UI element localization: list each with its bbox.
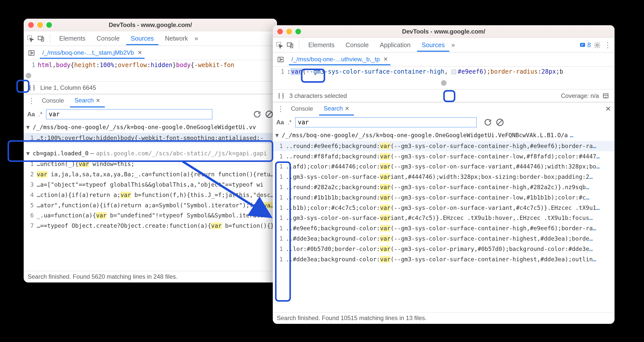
show-navigator-icon[interactable] bbox=[27, 49, 36, 57]
window-title: DevTools - www.google.com/ bbox=[24, 21, 277, 28]
inspect-element-icon[interactable] bbox=[275, 41, 284, 49]
drawer-tab-search[interactable]: Search✕ bbox=[70, 94, 105, 107]
tab-application[interactable]: Application bbox=[375, 38, 415, 52]
search-result-row[interactable]: 1…unction(_){var window=this; bbox=[24, 159, 277, 169]
close-tab-icon[interactable]: ✕ bbox=[138, 49, 142, 56]
window-close-button[interactable] bbox=[277, 29, 283, 34]
file-tab-name: /_/mss/boq-one-…t,_stam,jMb2Vb bbox=[42, 49, 134, 56]
svg-point-11 bbox=[596, 44, 598, 46]
search-results[interactable]: ▼/_/mss/boq-one-google/_/ss/k=boq-one-go… bbox=[273, 130, 615, 312]
search-result-row[interactable]: 1..b1b);color:#c4c7c5;color:var(--gm3-sy… bbox=[273, 203, 615, 213]
code-editor[interactable]: 1 :var(--gm3-sys-color-surface-container… bbox=[273, 67, 615, 77]
search-input[interactable] bbox=[46, 109, 212, 119]
search-toolbar: Aa .* bbox=[24, 107, 277, 122]
clear-search-icon[interactable] bbox=[496, 118, 504, 127]
search-result-row[interactable]: 1..#dde3ea;background-color:var(--gm3-sy… bbox=[273, 254, 615, 265]
refresh-search-icon[interactable] bbox=[484, 118, 492, 127]
search-results[interactable]: ▼/_/mss/boq-one-google/_/ss/k=boq-one-go… bbox=[24, 122, 277, 271]
result-file-header[interactable]: ▼cb=gapi.loaded_0 — apis.google.com/_/sc… bbox=[24, 148, 277, 159]
tab-elements[interactable]: Elements bbox=[304, 38, 339, 52]
drawer-tab-console[interactable]: Console bbox=[286, 102, 318, 115]
close-tab-icon[interactable]: ✕ bbox=[383, 56, 388, 63]
devtools-window-right: DevTools - www.google.com/ Elements Cons… bbox=[273, 25, 615, 324]
search-result-row[interactable]: 2var ia,ja,la,sa,ta,xa,ya,Ba;_.ca=functi… bbox=[24, 169, 277, 180]
line-number: 1 bbox=[24, 62, 38, 69]
pretty-print-icon[interactable] bbox=[28, 84, 36, 92]
clear-search-icon[interactable] bbox=[265, 110, 274, 119]
issues-button[interactable]: 8 bbox=[579, 41, 591, 49]
file-tab-name: /_/mss/boq-one-…uthview,_b,_tp bbox=[291, 56, 380, 63]
regex-toggle[interactable]: .* bbox=[288, 119, 292, 126]
window-zoom-button[interactable] bbox=[295, 29, 301, 34]
search-result-row[interactable]: 1..round:#e9eef6;background:var(--gm3-sy… bbox=[273, 141, 615, 151]
search-result-row[interactable]: 1..gm3-sys-color-on-surface-variant,#c4c… bbox=[273, 213, 615, 223]
search-result-row[interactable]: 1..#dde3ea;background-color:var(--gm3-sy… bbox=[273, 234, 615, 244]
active-file-tab[interactable]: /_/mss/boq-one-…uthview,_b,_tp ✕ bbox=[289, 54, 390, 65]
coverage-label: Coverage: n/a bbox=[561, 92, 599, 99]
code-line: :var(--gm3-sys-color-surface-container-h… bbox=[287, 68, 563, 75]
tab-sources[interactable]: Sources bbox=[126, 32, 158, 45]
tab-sources[interactable]: Sources bbox=[417, 38, 449, 52]
search-result-row[interactable]: 7…==typeof Object.create?Object.create:f… bbox=[24, 221, 277, 231]
search-result-row[interactable]: 6_.ua=function(a){var b="undefined"!=typ… bbox=[24, 210, 277, 221]
match-case-toggle[interactable]: Aa bbox=[27, 111, 35, 118]
close-drawer-icon[interactable]: ✕ bbox=[605, 105, 611, 113]
titlebar: DevTools - www.google.com/ bbox=[273, 25, 615, 38]
refresh-search-icon[interactable] bbox=[253, 110, 261, 119]
selection-status: 3 characters selected bbox=[289, 92, 347, 99]
drawer-menu-icon[interactable]: ⋮ bbox=[276, 105, 285, 113]
more-tabs-icon[interactable]: » bbox=[451, 41, 455, 49]
coverage-icon[interactable] bbox=[601, 92, 610, 100]
search-result-row[interactable]: 1..#e9eef6;background-color:var(--gm3-sy… bbox=[273, 223, 615, 234]
close-drawer-tab-icon[interactable]: ✕ bbox=[96, 97, 100, 104]
window-minimize-button[interactable] bbox=[37, 22, 43, 28]
result-file-header[interactable]: ▼/_/mss/boq-one-google/_/ss/k=boq-one-go… bbox=[24, 122, 277, 133]
window-minimize-button[interactable] bbox=[286, 29, 292, 34]
svg-line-17 bbox=[497, 120, 502, 125]
search-result-row[interactable]: 1..lor:#0b57d0;border-color:var(--gm3-sy… bbox=[273, 244, 615, 254]
color-swatch-icon[interactable] bbox=[452, 70, 456, 74]
code-editor[interactable]: 1 html,body{height:100%;overflow:hidden}… bbox=[24, 60, 277, 70]
device-toolbar-icon[interactable] bbox=[286, 41, 294, 49]
breakpoint-marker[interactable] bbox=[26, 73, 31, 78]
search-result-row[interactable]: 1..round:#1b1b1b;background:var(--gm3-sy… bbox=[273, 192, 615, 203]
active-file-tab[interactable]: /_/mss/boq-one-…t,_stam,jMb2Vb ✕ bbox=[40, 47, 145, 59]
more-tabs-icon[interactable]: » bbox=[194, 35, 198, 42]
devtools-menu-icon[interactable]: ⋮ bbox=[603, 41, 612, 49]
search-result-row[interactable]: 1..round:#f8fafd;background:var(--gm3-sy… bbox=[273, 151, 615, 162]
search-result-row[interactable]: 1..afd);color:#444746;color:var(--gm3-sy… bbox=[273, 161, 615, 172]
search-result-row[interactable]: 1..round:#282a2c;background:var(--gm3-sy… bbox=[273, 182, 615, 192]
search-status-footer: Search finished. Found 5620 matching lin… bbox=[24, 271, 277, 282]
pretty-print-icon[interactable] bbox=[277, 92, 285, 100]
drawer-tab-console[interactable]: Console bbox=[37, 94, 69, 107]
window-zoom-button[interactable] bbox=[46, 22, 52, 28]
window-title: DevTools - www.google.com/ bbox=[273, 28, 615, 35]
search-result-row[interactable]: 1…t:100%;overflow:hidden}body{-webkit-fo… bbox=[24, 133, 277, 143]
tab-elements[interactable]: Elements bbox=[55, 32, 90, 45]
regex-toggle[interactable]: .* bbox=[39, 111, 43, 118]
device-toolbar-icon[interactable] bbox=[37, 34, 45, 43]
devtools-window-left: DevTools - www.google.com/ Elements Cons… bbox=[24, 19, 277, 282]
tab-console[interactable]: Console bbox=[92, 32, 124, 45]
settings-icon[interactable] bbox=[593, 41, 601, 49]
tab-network[interactable]: Network bbox=[160, 32, 193, 45]
svg-rect-10 bbox=[580, 43, 585, 47]
close-drawer-tab-icon[interactable]: ✕ bbox=[345, 105, 349, 112]
tab-console[interactable]: Console bbox=[341, 38, 373, 52]
match-case-toggle[interactable]: Aa bbox=[276, 119, 284, 126]
drawer-tab-search[interactable]: Search✕ bbox=[319, 102, 354, 116]
drawer-menu-icon[interactable]: ⋮ bbox=[27, 97, 36, 105]
show-navigator-icon[interactable] bbox=[276, 55, 285, 64]
search-input[interactable] bbox=[295, 117, 477, 127]
result-file-header[interactable]: ▼/_/mss/boq-one-google/_/ss/k=boq-one-go… bbox=[273, 130, 615, 141]
search-result-row[interactable]: 3…a=["object"==typeof globalThis&&global… bbox=[24, 180, 277, 190]
inspect-element-icon[interactable] bbox=[26, 34, 35, 43]
devtools-tab-strip: Elements Console Application Sources » 8… bbox=[273, 38, 615, 52]
window-close-button[interactable] bbox=[28, 22, 34, 28]
breakpoint-marker[interactable] bbox=[441, 80, 447, 86]
drawer-tab-strip: ⋮ Console Search✕ ✕ bbox=[273, 102, 615, 115]
line-number: 1 bbox=[273, 68, 287, 75]
search-result-row[interactable]: 4…ction(a){if(a)return a;var b=function(… bbox=[24, 190, 277, 200]
search-result-row[interactable]: 1..gm3-sys-color-on-surface-variant,#444… bbox=[273, 172, 615, 182]
search-result-row[interactable]: 5…ator",function(a){if(a)return a;a=Symb… bbox=[24, 200, 277, 211]
